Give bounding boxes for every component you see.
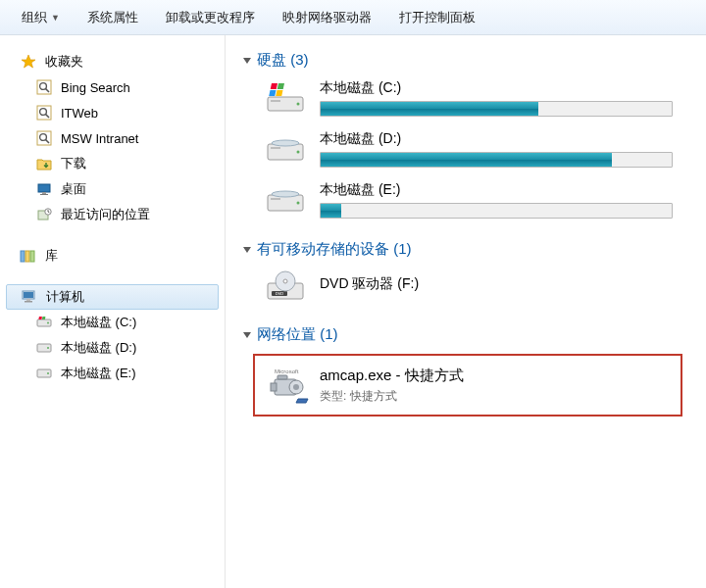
drive-e-name: 本地磁盘 (E:)	[320, 181, 682, 199]
nav-msw-label: MSW Intranet	[61, 131, 138, 146]
chevron-down-icon: ▼	[51, 13, 60, 23]
svg-rect-54	[277, 375, 287, 379]
collapse-triangle-icon	[243, 58, 251, 64]
nav-drive-c[interactable]: 本地磁盘 (C:)	[6, 310, 219, 335]
drive-icon	[35, 339, 53, 357]
drive-dvd-info: DVD 驱动器 (F:)	[320, 275, 682, 297]
svg-rect-10	[38, 184, 50, 192]
group-network-header[interactable]: 网络位置 (1)	[243, 325, 682, 344]
star-icon	[20, 53, 37, 71]
svg-point-49	[283, 279, 287, 283]
nav-msw[interactable]: MSW Intranet	[6, 125, 219, 151]
group-removable-header[interactable]: 有可移动存储的设备 (1)	[243, 240, 682, 259]
svg-point-40	[272, 140, 299, 146]
nav-libraries[interactable]: 库	[6, 243, 219, 269]
drive-e-info: 本地磁盘 (E:)	[320, 181, 682, 219]
svg-point-39	[297, 151, 300, 154]
drive-dvd[interactable]: DVD DVD 驱动器 (F:)	[265, 269, 682, 304]
drive-e[interactable]: 本地磁盘 (E:)	[265, 181, 682, 219]
nav-downloads-label: 下载	[61, 155, 86, 172]
netloc-type-label: 类型:	[320, 389, 346, 403]
netloc-type-value: 快捷方式	[350, 389, 397, 403]
svg-rect-36	[276, 90, 282, 96]
nav-recent[interactable]: 最近访问的位置	[6, 202, 219, 227]
group-removable-label: 有可移动存储的设备 (1)	[257, 240, 412, 259]
group-hdd-label: 硬盘 (3)	[257, 51, 309, 70]
nav-itweb-label: ITWeb	[61, 106, 98, 121]
drive-e-bar	[320, 203, 673, 219]
svg-rect-17	[30, 251, 34, 262]
svg-rect-38	[271, 147, 280, 149]
nav-drive-d-label: 本地磁盘 (D:)	[61, 339, 136, 357]
tb-sysprops[interactable]: 系统属性	[74, 3, 152, 32]
nav-desktop-label: 桌面	[61, 180, 86, 198]
svg-point-52	[293, 384, 299, 390]
group-removable: 有可移动存储的设备 (1) DVD DVD 驱动器 (F:)	[243, 240, 682, 304]
nav-computer[interactable]: 计算机	[6, 284, 219, 310]
search-shortcut-icon	[35, 78, 53, 96]
netloc-amcap-name: amcap.exe - 快捷方式	[320, 367, 464, 385]
search-shortcut-icon	[35, 104, 53, 122]
drive-d-bar	[320, 152, 673, 168]
tb-uninstall[interactable]: 卸载或更改程序	[152, 3, 269, 32]
drive-windows-icon	[265, 80, 306, 116]
drive-icon	[265, 131, 306, 167]
svg-text:DVD: DVD	[276, 291, 284, 296]
group-hdd-header[interactable]: 硬盘 (3)	[243, 51, 682, 70]
drive-c-bar	[320, 101, 673, 117]
nav-bing-label: Bing Search	[61, 80, 130, 95]
drive-icon	[35, 314, 53, 331]
svg-point-44	[272, 191, 299, 197]
tb-organize[interactable]: 组织 ▼	[8, 3, 74, 32]
toolbar: 组织 ▼ 系统属性 卸载或更改程序 映射网络驱动器 打开控制面板	[0, 0, 706, 35]
drive-c-info: 本地磁盘 (C:)	[320, 79, 682, 117]
downloads-folder-icon	[35, 155, 53, 172]
drive-d[interactable]: 本地磁盘 (D:)	[265, 130, 682, 168]
svg-point-27	[47, 347, 49, 349]
netloc-amcap-info: amcap.exe - 快捷方式 类型: 快捷方式	[320, 367, 464, 405]
tb-uninstall-label: 卸载或更改程序	[166, 9, 255, 26]
tb-sysprops-label: 系统属性	[87, 9, 138, 26]
nav-computer-label: 计算机	[46, 288, 84, 306]
nav-favorites[interactable]: 收藏夹	[6, 49, 219, 74]
svg-rect-42	[271, 198, 280, 200]
nav-drive-e-label: 本地磁盘 (E:)	[61, 365, 136, 382]
content-pane: 硬盘 (3) 本地磁盘 (C:) 本地磁盘 (D:)	[226, 35, 706, 588]
tb-mapnet[interactable]: 映射网络驱动器	[269, 3, 385, 32]
nav-desktop[interactable]: 桌面	[6, 176, 219, 202]
svg-rect-16	[25, 251, 29, 262]
nav-drive-e[interactable]: 本地磁盘 (E:)	[6, 361, 219, 386]
desktop-icon	[35, 180, 53, 198]
tb-mapnet-label: 映射网络驱动器	[282, 9, 372, 26]
svg-point-43	[297, 202, 300, 205]
svg-rect-12	[40, 194, 48, 195]
drive-c[interactable]: 本地磁盘 (C:)	[265, 79, 682, 117]
tb-opencp-label: 打开控制面板	[399, 9, 476, 26]
svg-rect-53	[271, 383, 277, 391]
drive-icon	[265, 182, 306, 218]
tb-opencp[interactable]: 打开控制面板	[385, 3, 489, 32]
group-network: 网络位置 (1) Microsoft amcap.exe - 快捷方式	[243, 325, 682, 416]
drive-icon	[35, 365, 53, 382]
search-shortcut-icon	[35, 129, 53, 147]
svg-rect-15	[21, 251, 25, 262]
drive-d-info: 本地磁盘 (D:)	[320, 130, 682, 168]
nav-drive-d[interactable]: 本地磁盘 (D:)	[6, 335, 219, 361]
nav-drive-c-label: 本地磁盘 (C:)	[61, 314, 136, 331]
nav-bing[interactable]: Bing Search	[6, 74, 219, 100]
nav-downloads[interactable]: 下载	[6, 151, 219, 176]
ms-watermark: Microsoft	[275, 368, 299, 374]
libraries-icon	[20, 247, 37, 265]
dvd-drive-icon: DVD	[265, 269, 306, 304]
netloc-amcap[interactable]: Microsoft amcap.exe - 快捷方式 类型: 快捷方式	[253, 354, 682, 416]
svg-rect-20	[26, 299, 30, 301]
recent-places-icon	[35, 206, 53, 223]
svg-rect-33	[271, 83, 277, 89]
collapse-triangle-icon	[243, 332, 251, 338]
collapse-triangle-icon	[243, 247, 251, 253]
tb-organize-label: 组织	[22, 9, 47, 26]
group-hdd: 硬盘 (3) 本地磁盘 (C:) 本地磁盘 (D:)	[243, 51, 682, 219]
svg-rect-31	[271, 100, 280, 102]
nav-itweb[interactable]: ITWeb	[6, 100, 219, 125]
nav-favorites-label: 收藏夹	[45, 53, 83, 71]
